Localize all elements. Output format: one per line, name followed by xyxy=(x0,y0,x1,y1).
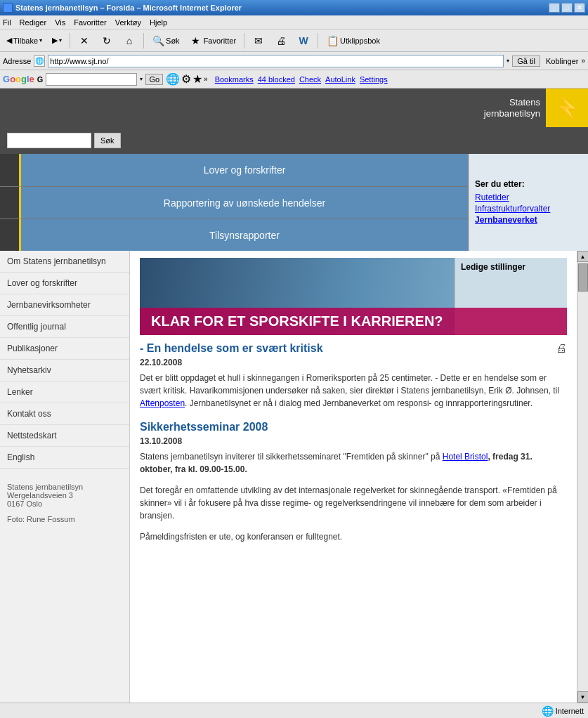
back-icon: ◀ xyxy=(6,36,12,45)
close-button[interactable]: ✕ xyxy=(574,3,585,13)
ser-du-etter-heading: Ser du etter: xyxy=(475,179,582,189)
scroll-thumb[interactable] xyxy=(578,263,588,292)
browser-content: Statens jernbanetilsyn ⚡ Søk Lover og fo… xyxy=(0,89,588,703)
site-search-input[interactable] xyxy=(7,133,91,148)
back-dropdown-icon[interactable]: ▾ xyxy=(39,37,42,44)
separator-2 xyxy=(143,33,144,48)
nav-row-3: Tilsynsrapporter xyxy=(0,218,469,251)
sidebar-item-jernbane[interactable]: Jernbanevirksomheter xyxy=(0,294,129,316)
print-article-1-icon[interactable]: 🖨 xyxy=(556,342,567,355)
scroll-up-button[interactable]: ▲ xyxy=(577,251,589,262)
sidebar-item-lenker[interactable]: Lenker xyxy=(0,381,129,403)
menu-fil[interactable]: Fil xyxy=(3,18,11,27)
window-controls[interactable]: _ □ ✕ xyxy=(549,3,585,13)
forward-icon: ▶ xyxy=(52,36,58,45)
google-search-input[interactable] xyxy=(46,73,137,86)
print-button[interactable]: 🖨 xyxy=(271,32,291,49)
links-label[interactable]: Koblinger xyxy=(546,57,578,65)
address-line1: Statens jernbanetilsyn xyxy=(7,483,122,491)
article-2-title[interactable]: Sikkerhetsseminar 2008 xyxy=(140,421,567,433)
sidebar-item-nettsted[interactable]: Nettstedskart xyxy=(0,425,129,447)
google-icon-3[interactable]: ★ xyxy=(192,72,202,86)
article-1-body-part3: . Jernbanetilsynet er nå i dialog med Je… xyxy=(185,398,533,408)
clipboard-button[interactable]: 📋 Utklippsbok xyxy=(322,32,384,49)
scrollbar[interactable]: ▲ ▼ xyxy=(577,251,588,703)
hotel-bristol-link[interactable]: Hotel Bristol xyxy=(443,452,488,462)
site-search-button[interactable]: Søk xyxy=(94,133,121,148)
sidebar-item-kontakt[interactable]: Kontakt oss xyxy=(0,403,129,425)
nav-spacer-2 xyxy=(0,186,21,218)
autolink-button[interactable]: AutoLink xyxy=(325,75,355,84)
nav-item-tilsyns[interactable]: Tilsynsrapporter xyxy=(21,218,469,251)
minimize-button[interactable]: _ xyxy=(549,3,560,13)
google-icon-2[interactable]: ⚙ xyxy=(181,72,191,86)
go-button[interactable]: Gå til xyxy=(512,56,540,67)
google-toolbar-icons: 🌐 ⚙ ★ » xyxy=(166,72,208,86)
nav-spacer xyxy=(0,154,21,186)
mail-button[interactable]: ✉ xyxy=(249,32,268,49)
bookmarks-button[interactable]: Bookmarks xyxy=(215,75,254,84)
article-1: - En hendelse som er svært kritisk 🖨 22.… xyxy=(140,342,567,410)
article-2-date: 13.10.2008 xyxy=(140,436,567,446)
address-input[interactable] xyxy=(48,55,504,67)
ser-link-jernbaneverket[interactable]: Jernbaneverket xyxy=(475,215,582,225)
sidebar-item-english[interactable]: English xyxy=(0,447,129,469)
site-logo: Statens jernbanetilsyn ⚡ xyxy=(484,89,588,127)
ser-link-infrastruktur[interactable]: Infrastrukturforvalter xyxy=(475,204,582,214)
menu-rediger[interactable]: Rediger xyxy=(20,18,47,27)
stop-icon: ✕ xyxy=(78,34,91,47)
nav-item-lover[interactable]: Lover og forskrifter xyxy=(21,154,469,186)
statusbar: 🌐 Internett xyxy=(0,703,588,718)
address-dropdown-icon[interactable]: ▾ xyxy=(507,58,509,64)
google-g-label: G xyxy=(37,75,44,84)
sidebar-item-publikasjoner[interactable]: Publikasjoner xyxy=(0,338,129,360)
menu-vis[interactable]: Vis xyxy=(55,18,65,27)
ie-icon xyxy=(3,3,13,13)
menu-favoritter[interactable]: Favoritter xyxy=(74,18,106,27)
stop-button[interactable]: ✕ xyxy=(74,32,94,49)
word-button[interactable]: W xyxy=(294,32,313,49)
article-1-title[interactable]: - En hendelse som er svært kritisk xyxy=(140,342,323,355)
google-extra-tools: Bookmarks 44 blocked Check AutoLink Sett… xyxy=(215,75,388,84)
forward-button[interactable]: ▶ ▾ xyxy=(48,34,65,47)
sidebar-item-nyhetsarkiv[interactable]: Nyhetsarkiv xyxy=(0,360,129,381)
sidebar: Om Statens jernbanetilsyn Lover og forsk… xyxy=(0,251,130,703)
menu-verktoy[interactable]: Verktøy xyxy=(115,18,141,27)
article-2: Sikkerhetsseminar 2008 13.10.2008 Staten… xyxy=(140,421,567,543)
google-go-button[interactable]: Go xyxy=(145,74,163,85)
check-button[interactable]: Check xyxy=(299,75,321,84)
ser-du-etter-panel: Ser du etter: Rutetider Infrastrukturfor… xyxy=(469,154,588,251)
nav-item-rapportering[interactable]: Rapportering av uønskede hendelser xyxy=(21,186,469,218)
google-dropdown-icon[interactable]: ▾ xyxy=(140,76,143,82)
sidebar-item-om[interactable]: Om Statens jernbanetilsyn xyxy=(0,251,129,273)
maximize-button[interactable]: □ xyxy=(561,3,573,13)
ser-link-rutetider[interactable]: Rutetider xyxy=(475,192,582,202)
scroll-down-button[interactable]: ▼ xyxy=(577,691,589,703)
search-icon: 🔍 xyxy=(152,34,164,47)
chevron-more-icon[interactable]: » xyxy=(204,75,208,83)
sidebar-item-lover[interactable]: Lover og forskrifter xyxy=(0,273,129,294)
content-with-scroll: KLAR FOR ET SPORSKIFTE I KARRIEREN? Ledi… xyxy=(130,251,588,703)
back-button[interactable]: ◀ Tilbake ▾ xyxy=(3,34,46,47)
aftenposten-link[interactable]: Aftenposten xyxy=(140,398,185,408)
settings-button[interactable]: Settings xyxy=(360,75,388,84)
refresh-button[interactable]: ↻ xyxy=(97,32,117,49)
google-icon-1[interactable]: 🌐 xyxy=(166,72,180,86)
logo-line2: jernbanetilsyn xyxy=(484,108,540,119)
home-button[interactable]: ⌂ xyxy=(119,32,139,49)
chevron-right-icon: » xyxy=(581,57,585,65)
status-right: 🌐 Internett xyxy=(542,705,584,717)
googlebar: Google G ▾ Go 🌐 ⚙ ★ » Bookmarks 44 block… xyxy=(0,70,588,89)
nav-row-2: Rapportering av uønskede hendelser xyxy=(0,186,469,218)
nav-column: Lover og forskrifter Rapportering av uøn… xyxy=(0,154,469,251)
search-button[interactable]: 🔍 Søk xyxy=(148,32,183,49)
forward-dropdown-icon[interactable]: ▾ xyxy=(59,37,62,44)
favorites-button[interactable]: ★ Favoritter xyxy=(186,32,240,49)
mail-icon: ✉ xyxy=(252,34,265,47)
home-icon: ⌂ xyxy=(123,34,136,47)
google-logo: Google xyxy=(3,74,34,84)
sidebar-item-journal[interactable]: Offentlig journal xyxy=(0,316,129,338)
blocked-label[interactable]: 44 blocked xyxy=(258,75,295,84)
menu-hjelp[interactable]: Hjelp xyxy=(150,18,167,27)
article-2-body-part1: Statens jernbanetilsyn inviterer til sik… xyxy=(140,452,443,462)
